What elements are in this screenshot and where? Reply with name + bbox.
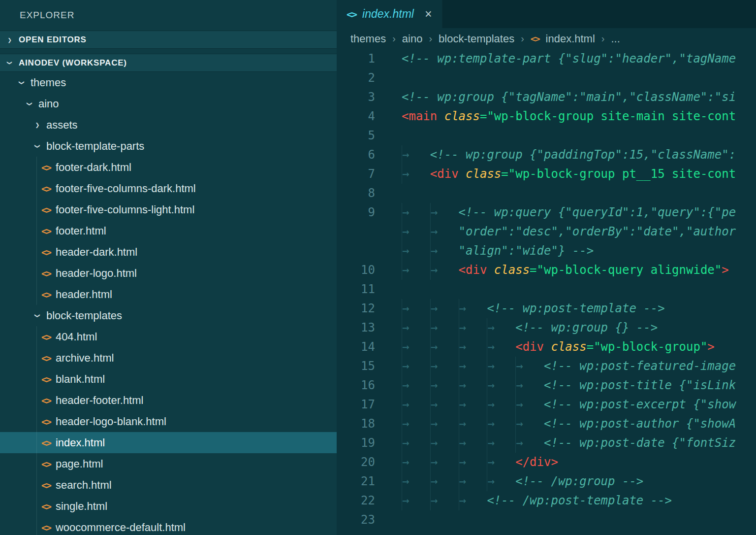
line-number: 20	[337, 453, 388, 472]
chevron-down-icon[interactable]: ❯	[25, 100, 34, 108]
tree-file-footer-five-columns-light.html[interactable]: <>footer-five-columns-light.html	[0, 199, 337, 220]
indent-guide: →	[430, 491, 459, 510]
tree-folder-aino[interactable]: ❯aino	[0, 93, 337, 114]
tree-folder-block-templates[interactable]: ❯block-templates	[0, 305, 337, 326]
code-line-content[interactable]: →<div class="wp-block-group pt__15 site-…	[388, 165, 756, 184]
chevron-right-icon[interactable]: ❯	[6, 36, 14, 44]
tree-file-blank.html[interactable]: <>blank.html	[0, 368, 337, 390]
line-number: 23	[337, 510, 388, 530]
breadcrumb-aino[interactable]: aino	[402, 33, 423, 45]
code-token: <!-- wp:post-featured-image	[544, 359, 736, 373]
code-line-content[interactable]: →→→<!-- /wp:post-template -->	[388, 491, 756, 510]
code-line-content[interactable]: →→→→</div>	[388, 453, 756, 472]
tree-file-page.html[interactable]: <>page.html	[0, 453, 337, 474]
code-line-content[interactable]: <!-- wp:group {"tagName":"main","classNa…	[388, 88, 756, 107]
indent-guide: →	[402, 491, 430, 510]
code-line-content[interactable]: →→→→→<!-- wp:post-date {"fontSiz	[388, 434, 756, 453]
code-line-content[interactable]: →→→<!-- wp:post-template -->	[388, 299, 756, 318]
line-number	[337, 222, 388, 241]
tree-file-header.html[interactable]: <>header.html	[0, 284, 337, 305]
tree-folder-block-template-parts[interactable]: ❯block-template-parts	[0, 135, 337, 157]
tree-item-label: header.html	[56, 288, 112, 301]
code-line-7: 7→<div class="wp-block-group pt__15 site…	[337, 165, 756, 184]
code-line-content[interactable]: <main class="wp-block-group site-main si…	[388, 107, 756, 126]
code-line-content[interactable]: <!-- wp:template-part {"slug":"header","…	[388, 49, 756, 68]
line-number: 13	[337, 318, 388, 337]
breadcrumb-block-templates[interactable]: block-templates	[439, 33, 514, 45]
tree-file-archive.html[interactable]: <>archive.html	[0, 347, 337, 368]
code-line-content[interactable]	[388, 510, 756, 530]
tree-file-single.html[interactable]: <>single.html	[0, 496, 337, 517]
tree-file-footer.html[interactable]: <>footer.html	[0, 220, 337, 241]
breadcrumb-themes[interactable]: themes	[350, 33, 386, 45]
open-editors-section[interactable]: ❯ OPEN EDITORS	[0, 31, 337, 49]
code-line-17: 17→→→→→<!-- wp:post-excerpt {"show	[337, 395, 756, 414]
code-area: 1<!-- wp:template-part {"slug":"header",…	[337, 49, 756, 535]
chevron-down-icon[interactable]: ❯	[33, 142, 42, 150]
html-file-icon: <>	[41, 332, 51, 342]
tree-folder-themes[interactable]: ❯themes	[0, 72, 337, 93]
code-line-content[interactable]: →→→→→<!-- wp:post-title {"isLink	[388, 376, 756, 395]
code-line-content[interactable]: →→→→<!-- /wp:group -->	[388, 472, 756, 491]
tree-item-label: block-template-parts	[46, 140, 144, 153]
code-line-content[interactable]: →→<div class="wp-block-query alignwide">	[388, 261, 756, 280]
code-token: >	[722, 263, 728, 277]
tree-item-label: page.html	[56, 458, 103, 470]
html-file-icon: <>	[41, 480, 51, 491]
code-line-content[interactable]	[388, 280, 756, 299]
code-line-content[interactable]: →→→→<!-- wp:group {} -->	[388, 318, 756, 337]
line-number	[337, 241, 388, 261]
code-line-content[interactable]: →→→→→<!-- wp:post-excerpt {"show	[388, 395, 756, 414]
line-number: 21	[337, 472, 388, 491]
indent-guide: →	[487, 414, 515, 434]
code-line-content[interactable]: →→→→→<!-- wp:post-author {"showA	[388, 414, 756, 434]
line-number: 19	[337, 434, 388, 453]
breadcrumb-more[interactable]: ...	[611, 33, 620, 45]
tab-label: index.html	[362, 7, 414, 21]
code-line-content[interactable]	[388, 126, 756, 145]
code-line-content[interactable]: →→"order":"desc","orderBy":"date","autho…	[388, 222, 756, 241]
chevron-down-icon[interactable]: ❯	[17, 79, 26, 87]
tree-file-woocommerce-default.html[interactable]: <>woocommerce-default.html	[0, 517, 337, 535]
indent-guide: →	[402, 434, 430, 453]
tree-file-header-logo.html[interactable]: <>header-logo.html	[0, 263, 337, 284]
html-file-icon: <>	[41, 501, 51, 512]
tree-file-footer-five-columns-dark.html[interactable]: <>footer-five-columns-dark.html	[0, 178, 337, 199]
code-line-content[interactable]: →→"align":"wide"} -->	[388, 241, 756, 261]
code-line-content[interactable]	[388, 184, 756, 203]
indent-guide: →	[402, 203, 430, 222]
code-line-content[interactable]: →→<!-- wp:query {"queryId":1,"query":{"p…	[388, 203, 756, 222]
explorer-sidebar: EXPLORER ❯ OPEN EDITORS ❯ AINODEV (WORKS…	[0, 0, 337, 535]
indent-guide: →	[487, 357, 515, 376]
tree-file-search.html[interactable]: <>search.html	[0, 474, 337, 496]
chevron-right-icon[interactable]: ❯	[33, 121, 41, 130]
open-editors-label: OPEN EDITORS	[19, 35, 87, 45]
code-token: <main	[402, 109, 437, 123]
code-line-13: 13→→→→<!-- wp:group {} -->	[337, 318, 756, 337]
tab-index-html[interactable]: <> index.html ×	[337, 0, 442, 28]
breadcrumb-index-html[interactable]: index.html	[546, 33, 595, 45]
indent-guide: →	[487, 453, 515, 472]
tree-folder-assets[interactable]: ❯assets	[0, 114, 337, 135]
tree-file-footer-dark.html[interactable]: <>footer-dark.html	[0, 157, 337, 178]
code-line-content[interactable]: →<!-- wp:group {"paddingTop":15,"classNa…	[388, 145, 756, 165]
line-number: 1	[337, 49, 388, 68]
workspace-section[interactable]: ❯ AINODEV (WORKSPACE)	[0, 54, 337, 72]
chevron-down-icon[interactable]: ❯	[33, 312, 42, 320]
code-line-23: 23	[337, 510, 756, 530]
code-line-content[interactable]	[388, 68, 756, 88]
indent-guide: →	[402, 376, 430, 395]
tree-file-header-logo-blank.html[interactable]: <>header-logo-blank.html	[0, 411, 337, 432]
tree-file-header-footer.html[interactable]: <>header-footer.html	[0, 390, 337, 411]
html-file-icon: <>	[41, 183, 51, 194]
tree-file-header-dark.html[interactable]: <>header-dark.html	[0, 241, 337, 263]
code-line-content[interactable]: →→→→→<!-- wp:post-featured-image	[388, 357, 756, 376]
chevron-down-icon[interactable]: ❯	[6, 59, 14, 67]
close-icon[interactable]: ×	[425, 8, 432, 20]
tree-file-index.html[interactable]: <>index.html	[0, 432, 337, 453]
indent-guide: →	[402, 261, 430, 280]
tree-file-404.html[interactable]: <>404.html	[0, 326, 337, 347]
code-line-content[interactable]: →→→→<div class="wp-block-group">	[388, 337, 756, 357]
indent-guide: →	[402, 241, 430, 261]
line-number: 17	[337, 395, 388, 414]
